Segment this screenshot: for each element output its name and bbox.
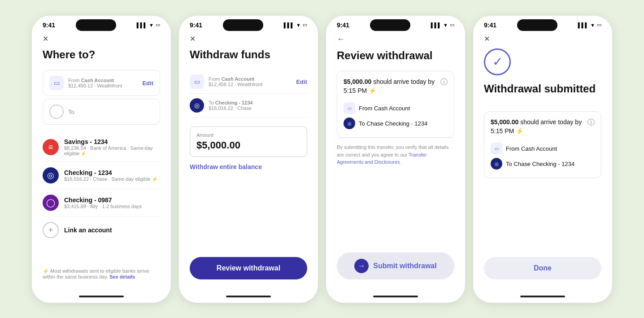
see-details-link[interactable]: See details	[109, 274, 135, 279]
amount-label: Amount	[196, 132, 300, 138]
ally-name: Checking - 0987	[64, 196, 142, 204]
battery-icon-1: ▭	[156, 22, 160, 28]
status-icons-3: ▌▌▌ ▼ ▭	[431, 22, 454, 28]
arrival-amount-3: $5,000.00	[344, 78, 371, 85]
arrival-main-4: $5,000.00 should arrive today by 5:15 PM…	[491, 118, 595, 135]
from-icon-1: ▭	[49, 76, 64, 90]
notch-2	[223, 19, 263, 31]
screen4-title: Withdrawal submitted	[484, 83, 601, 96]
signal-icon-1: ▌▌▌	[137, 22, 147, 28]
notch-3	[370, 19, 410, 31]
battery-icon-4: ▭	[597, 22, 601, 28]
from-label-1: From Cash Account	[68, 78, 122, 83]
account-checking-chase[interactable]: ◎ Checking - 1234 $16,016.22 · Chase · S…	[43, 162, 160, 189]
review-withdrawal-button[interactable]: Review withdrawal	[190, 257, 307, 279]
from-row-left-2: ▭ From Cash Account $12,456.12 · Wealthf…	[190, 74, 262, 89]
arrow-circle-3: →	[354, 259, 369, 273]
back-button-3[interactable]: ←	[337, 35, 348, 44]
info-icon-3[interactable]: ⓘ	[440, 78, 448, 87]
arrival-text-4: $5,000.00 should arrive today by 5:15 PM…	[491, 118, 582, 135]
close-button-2[interactable]: ✕	[190, 35, 200, 43]
screen4-content: ✕ ✓ Withdrawal submitted $5,000.00 shoul…	[473, 31, 612, 290]
screen3-content: ← Review withdrawal $5,000.00 should arr…	[326, 31, 465, 290]
close-button-1[interactable]: ✕	[43, 35, 53, 43]
home-bar-2	[226, 296, 271, 297]
battery-icon-2: ▭	[303, 22, 307, 28]
edit-button-1[interactable]: Edit	[142, 80, 153, 87]
to-transfer-label-4: To Chase Checking - 1234	[506, 161, 574, 167]
from-info-1: From Cash Account $12,456.12 · Wealthfro…	[68, 78, 122, 88]
link-account-button[interactable]: + Link an account	[43, 217, 160, 244]
arrival-text-3: $5,000.00 should arrive today by 5:15 PM…	[344, 78, 435, 95]
status-bar-2: 9:41 ▌▌▌ ▼ ▭	[179, 16, 318, 31]
chase-icon: ◎	[43, 167, 59, 183]
home-indicator-3	[326, 290, 465, 303]
link-icon: +	[43, 222, 59, 238]
edit-button-2[interactable]: Edit	[296, 78, 307, 85]
from-sub-2: $12,456.12 · Wealthfront	[209, 82, 262, 87]
to-transfer-icon-3: ◎	[344, 118, 355, 129]
amount-field[interactable]: Amount $5,000.00	[190, 126, 307, 157]
screen2-content: ✕ Withdraw funds ▭ From Cash Account $12…	[179, 31, 318, 290]
status-icons-2: ▌▌▌ ▼ ▭	[284, 22, 307, 28]
screen3-frame: 9:41 ▌▌▌ ▼ ▭ ← Review withdrawal $5,000.…	[326, 16, 465, 303]
from-transfer-label-3: From Cash Account	[359, 105, 410, 112]
withdraw-all-button[interactable]: Withdraw entire balance	[190, 163, 307, 170]
from-sub-1: $12,456.12 · Wealthfront	[68, 83, 122, 88]
savings-sub: $8,236.54 · Bank of America · Same-day e…	[64, 145, 160, 156]
from-card-1: ▭ From Cash Account $12,456.12 · Wealthf…	[43, 70, 160, 96]
arrival-amount-4: $5,000.00	[491, 118, 518, 126]
screen2-frame: 9:41 ▌▌▌ ▼ ▭ ✕ Withdraw funds ▭ From Cas…	[179, 16, 318, 303]
home-bar-3	[373, 296, 418, 297]
time-3: 9:41	[337, 22, 349, 29]
to-row-left-2: ◎ To Checking - 1234 $16,016.22 · Chase	[190, 98, 252, 113]
notch-4	[517, 19, 557, 31]
ally-info: Checking - 0987 $3,415.89 · Ally · 1-2 b…	[64, 196, 142, 209]
to-info-2: To Checking - 1234 $16,016.22 · Chase	[209, 100, 252, 111]
wifi-icon-3: ▼	[443, 22, 448, 28]
account-checking-ally[interactable]: ◯ Checking - 0987 $3,415.89 · Ally · 1-2…	[43, 189, 160, 217]
ally-sub: $3,415.89 · Ally · 1-2 business days	[64, 204, 142, 209]
screen1-frame: 9:41 ▌▌▌ ▼ ▭ ✕ Where to? ▭ From Cash Acc…	[32, 16, 171, 303]
time-4: 9:41	[484, 22, 496, 29]
submit-withdrawal-button[interactable]: → Submit withdrawal	[337, 253, 454, 279]
to-transfer-3: ◎ To Chase Checking - 1234	[344, 116, 448, 131]
submit-label-3: Submit withdrawal	[373, 262, 436, 270]
arrival-main-3: $5,000.00 should arrive today by 5:15 PM…	[344, 78, 448, 95]
status-icons-4: ▌▌▌ ▼ ▭	[578, 22, 601, 28]
screen3-title: Review withdrawal	[337, 49, 454, 62]
from-transfer-icon-3: ▭	[344, 102, 355, 114]
arrival-card-4: $5,000.00 should arrive today by 5:15 PM…	[484, 111, 601, 178]
screen1-title: Where to?	[43, 48, 160, 61]
close-button-4[interactable]: ✕	[484, 35, 495, 43]
amount-value: $5,000.00	[196, 139, 300, 151]
from-transfer-icon-4: ▭	[491, 143, 502, 154]
account-savings[interactable]: ≡ Savings - 1234 $8,236.54 · Bank of Ame…	[43, 133, 160, 162]
to-row-2: ◎ To Checking - 1234 $16,016.22 · Chase	[190, 94, 307, 118]
from-icon-2: ▭	[190, 74, 204, 89]
time-1: 9:41	[43, 22, 55, 29]
status-bar-3: 9:41 ▌▌▌ ▼ ▭	[326, 16, 465, 31]
to-label-1: To	[68, 109, 74, 115]
footer-note-1: ⚡ Most withdrawals sent to eligible bank…	[43, 263, 160, 279]
success-icon-4: ✓	[484, 48, 511, 75]
done-button[interactable]: Done	[484, 257, 601, 279]
home-bar-4	[520, 296, 565, 297]
info-icon-4[interactable]: ⓘ	[587, 118, 595, 127]
time-2: 9:41	[190, 22, 202, 29]
chase-name: Checking - 1234	[64, 169, 157, 176]
screen4-frame: 9:41 ▌▌▌ ▼ ▭ ✕ ✓ Withdrawal submitted $5…	[473, 16, 612, 303]
notch-1	[76, 19, 116, 31]
to-card-1[interactable]: To	[43, 99, 160, 125]
to-transfer-icon-4: ◎	[491, 158, 502, 170]
from-row-2: ▭ From Cash Account $12,456.12 · Wealthf…	[190, 70, 307, 94]
signal-icon-2: ▌▌▌	[284, 22, 294, 28]
to-transfer-4: ◎ To Chase Checking - 1234	[491, 156, 595, 171]
legal-text-3: By submitting this transfer, you verify …	[337, 138, 454, 171]
from-card-left-1: ▭ From Cash Account $12,456.12 · Wealthf…	[49, 76, 122, 90]
from-info-2: From Cash Account $12,456.12 · Wealthfro…	[209, 76, 262, 87]
to-transfer-label-3: To Chase Checking - 1234	[359, 120, 427, 127]
wifi-icon-1: ▼	[149, 22, 154, 28]
from-label-2: From Cash Account	[209, 76, 262, 82]
savings-info: Savings - 1234 $8,236.54 · Bank of Ameri…	[64, 138, 160, 156]
